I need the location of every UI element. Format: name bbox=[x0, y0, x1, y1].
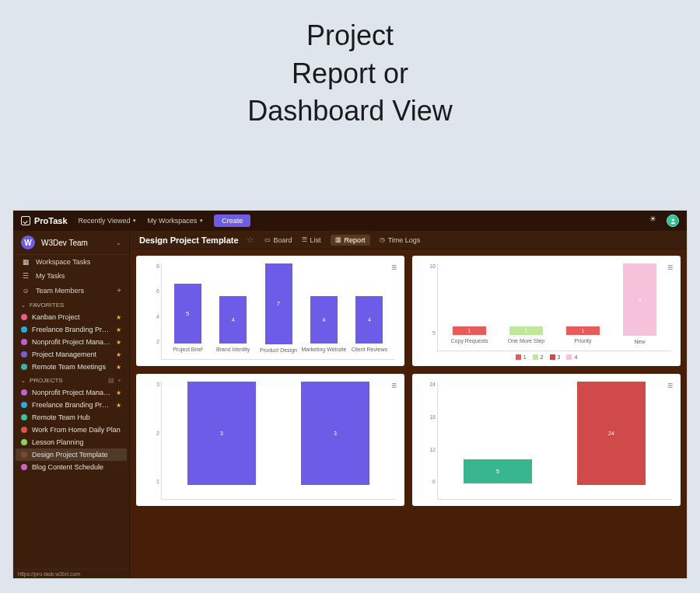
person-icon: ☺ bbox=[21, 287, 30, 295]
project-row[interactable]: Nonprofit Project Managem★ bbox=[13, 386, 129, 399]
bar-label: Client Reviews bbox=[352, 347, 387, 359]
bar: 4 bbox=[355, 296, 383, 344]
y-tick: 8 bbox=[145, 263, 159, 269]
bar: 5 bbox=[174, 284, 201, 344]
star-icon: ★ bbox=[116, 326, 121, 333]
y-tick: 2 bbox=[145, 339, 159, 344]
favorites-section-header[interactable]: ⌄ FAVORITES bbox=[13, 298, 129, 311]
project-row[interactable]: Kanban Project★ bbox=[13, 311, 129, 323]
board-icon: ▭ bbox=[264, 236, 271, 243]
project-color-dot bbox=[21, 326, 27, 333]
projects-section-header[interactable]: ⌄ PROJECTS ▤ + bbox=[13, 373, 129, 386]
project-color-dot bbox=[21, 439, 27, 445]
plot-area: 524 bbox=[437, 382, 671, 500]
y-tick: 5 bbox=[422, 330, 436, 336]
projects-list: Nonprofit Project Managem★Freelance Bran… bbox=[13, 386, 129, 473]
plot-area: 5Project Brief4Brand Identity7Product De… bbox=[161, 263, 395, 360]
add-project-icon[interactable]: + bbox=[117, 377, 121, 384]
project-row[interactable]: Project Management★ bbox=[13, 348, 129, 361]
bar-label: Product Design bbox=[260, 347, 297, 359]
project-name: Remote Team Meetings bbox=[32, 363, 113, 371]
hero-line-3: Dashboard View bbox=[247, 95, 453, 127]
project-name: Lesson Planning bbox=[32, 438, 121, 446]
workspace-switcher[interactable]: W W3Dev Team ⌄ bbox=[13, 231, 129, 255]
chart-plot: 86425Project Brief4Brand Identity7Produc… bbox=[145, 263, 395, 360]
project-row[interactable]: Remote Team Meetings★ bbox=[13, 361, 129, 373]
project-row[interactable]: Nonprofit Project Managem★ bbox=[13, 336, 129, 348]
project-row[interactable]: Blog Content Schedule bbox=[13, 461, 129, 473]
bar-label: Project Brief bbox=[173, 347, 202, 359]
bar-label: Brand Identity bbox=[216, 347, 250, 359]
plot-area: 1Copy Requests1One More Step1Priority9Ne… bbox=[437, 263, 671, 351]
theme-toggle-icon[interactable] bbox=[649, 216, 659, 225]
star-icon: ★ bbox=[116, 389, 121, 396]
star-icon: ★ bbox=[116, 339, 121, 346]
sidebar-item-workspace-tasks[interactable]: ▦ Workspace Tasks bbox=[13, 255, 129, 269]
app-window: ProTask Recently Viewed▾ My Workspaces▾ … bbox=[12, 210, 688, 579]
recently-viewed-menu[interactable]: Recently Viewed▾ bbox=[79, 217, 137, 225]
project-name: Kanban Project bbox=[32, 313, 113, 321]
bar-group: 5 bbox=[441, 382, 555, 499]
bar-group: 1Copy Requests bbox=[441, 263, 498, 351]
bar: 5 bbox=[464, 459, 532, 483]
view-toolbar: Design Project Template ☆ ▭Board ☰List ▥… bbox=[130, 231, 687, 249]
project-color-dot bbox=[21, 464, 27, 470]
status-bar: https://pro-task.w3bd.com bbox=[13, 569, 129, 578]
sidebar-item-my-tasks[interactable]: ☰ My Tasks bbox=[13, 269, 129, 283]
project-name: Project Management bbox=[32, 351, 113, 358]
clock-icon: ◷ bbox=[380, 236, 385, 243]
project-name: Freelance Branding Project bbox=[32, 401, 113, 409]
sidebar: W W3Dev Team ⌄ ▦ Workspace Tasks ☰ My Ta… bbox=[13, 231, 130, 578]
legend-item: 2 bbox=[533, 354, 544, 361]
workspace-avatar: W bbox=[21, 235, 35, 249]
tab-report[interactable]: ▥Report bbox=[331, 235, 370, 246]
project-row[interactable]: Design Project Template bbox=[16, 448, 127, 461]
chart-card-2: ≡ 32133 bbox=[136, 374, 404, 506]
bar: 1 bbox=[566, 326, 600, 335]
project-color-dot bbox=[21, 414, 27, 420]
projects-grid-icon[interactable]: ▤ bbox=[108, 377, 114, 384]
tab-board[interactable]: ▭Board bbox=[264, 236, 292, 244]
y-axis: 2418126 bbox=[422, 382, 436, 484]
y-axis: 105 bbox=[422, 263, 436, 336]
y-tick: 24 bbox=[422, 382, 436, 387]
add-member-icon[interactable]: + bbox=[117, 286, 121, 295]
bar-group: 1Priority bbox=[555, 263, 611, 351]
project-name: Freelance Branding Project bbox=[32, 326, 113, 333]
favorites-list: Kanban Project★Freelance Branding Projec… bbox=[13, 311, 129, 373]
my-workspaces-menu[interactable]: My Workspaces▾ bbox=[147, 217, 203, 225]
create-button[interactable]: Create bbox=[214, 215, 250, 227]
bar-group: 5Project Brief bbox=[165, 263, 210, 359]
project-name: Blog Content Schedule bbox=[32, 463, 121, 471]
tab-timelogs[interactable]: ◷Time Logs bbox=[380, 236, 421, 244]
project-name: Nonprofit Project Managem bbox=[32, 338, 113, 346]
project-row[interactable]: Freelance Branding Project★ bbox=[13, 399, 129, 411]
y-tick: 10 bbox=[422, 263, 436, 269]
y-tick: 3 bbox=[145, 382, 159, 387]
project-row[interactable]: Freelance Branding Project★ bbox=[13, 323, 129, 336]
tab-list[interactable]: ☰List bbox=[302, 236, 321, 244]
project-row[interactable]: Remote Team Hub bbox=[13, 411, 129, 424]
sidebar-item-team-members[interactable]: ☺ Team Members + bbox=[13, 283, 129, 298]
bar: 4 bbox=[219, 296, 247, 344]
brand[interactable]: ProTask bbox=[21, 216, 68, 225]
grid-icon: ▦ bbox=[21, 258, 30, 266]
plot-area: 33 bbox=[161, 382, 395, 500]
y-tick: 1 bbox=[145, 479, 159, 484]
project-row[interactable]: Work From Home Daily Plan bbox=[13, 424, 129, 436]
bar-label: One More Step bbox=[508, 338, 544, 351]
legend-item: 1 bbox=[516, 354, 527, 361]
star-icon: ★ bbox=[116, 364, 121, 371]
main-area: Design Project Template ☆ ▭Board ☰List ▥… bbox=[130, 231, 687, 578]
project-name: Remote Team Hub bbox=[32, 413, 121, 421]
user-avatar[interactable] bbox=[667, 215, 679, 227]
bar-group: 1One More Step bbox=[498, 263, 555, 351]
bar-group: 7Product Design bbox=[256, 263, 301, 359]
project-color-dot bbox=[21, 339, 27, 345]
hero-line-2: Report or bbox=[292, 58, 408, 89]
favorite-star-icon[interactable]: ☆ bbox=[247, 235, 254, 244]
chevron-down-icon: ▾ bbox=[200, 218, 203, 224]
project-row[interactable]: Lesson Planning bbox=[13, 436, 129, 448]
bar-label: Marketing Website bbox=[302, 347, 347, 359]
report-dashboard: ≡ 86425Project Brief4Brand Identity7Prod… bbox=[130, 249, 687, 578]
